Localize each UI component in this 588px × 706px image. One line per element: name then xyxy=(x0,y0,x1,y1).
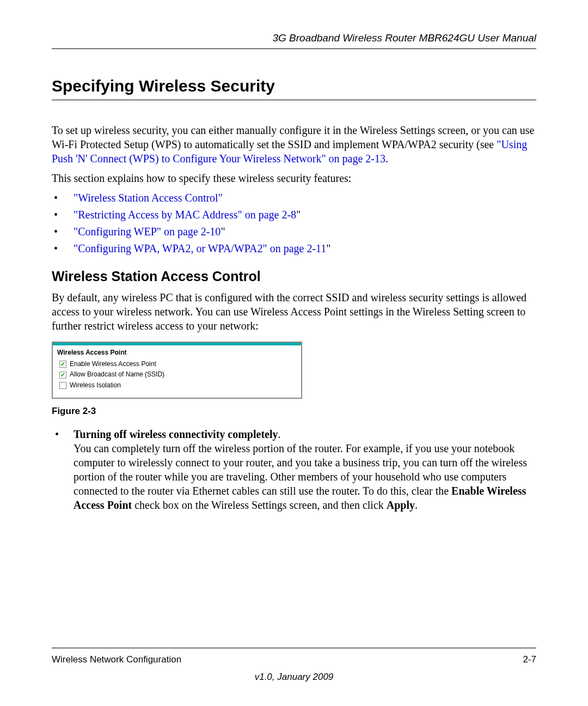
link-wep[interactable]: "Configuring WEP" on page 2-10 xyxy=(74,226,220,238)
quote-trail: " xyxy=(296,209,301,221)
item-body-b: check box on the Wireless Settings scree… xyxy=(132,499,387,511)
checkbox-broadcast-ssid[interactable] xyxy=(59,372,66,379)
page-heading: Specifying Wireless Security xyxy=(52,75,536,100)
checkbox-label: Allow Broadcast of Name (SSID) xyxy=(70,370,164,379)
section-lead: This section explains how to specify the… xyxy=(52,171,536,185)
intro-text-b: . xyxy=(385,153,388,165)
item-lead: Turning off wireless connectivity comple… xyxy=(74,428,278,440)
list-item: "Configuring WPA, WPA2, or WPA/WPA2" on … xyxy=(52,241,536,255)
checkbox-label: Wireless Isolation xyxy=(70,381,121,390)
header-title: 3G Broadband Wireless Router MBR624GU Us… xyxy=(52,32,536,49)
checkbox-enable-wap[interactable] xyxy=(59,361,66,368)
item-body-c: . xyxy=(415,499,418,511)
checkbox-label: Enable Wireless Access Point xyxy=(70,360,156,369)
figure-label: Figure 2-3 xyxy=(52,405,536,417)
feature-link-list: "Wireless Station Access Control" "Restr… xyxy=(52,191,536,255)
checkbox-wireless-isolation[interactable] xyxy=(59,382,66,389)
item-period: . xyxy=(278,428,281,440)
item-bold-2: Apply xyxy=(387,499,415,511)
intro-paragraph: To set up wireless security, you can eit… xyxy=(52,123,536,166)
list-item: Turning off wireless connectivity comple… xyxy=(52,427,536,512)
link-wpa[interactable]: "Configuring WPA, WPA2, or WPA/WPA2" on … xyxy=(74,242,326,254)
list-item: "Wireless Station Access Control" xyxy=(52,191,536,205)
footer-version: v1.0, January 2009 xyxy=(52,671,536,683)
link-wsac[interactable]: "Wireless Station Access Control" xyxy=(74,192,223,204)
checkbox-row-enable-wap: Enable Wireless Access Point xyxy=(57,360,297,369)
quote-trail: " xyxy=(220,226,225,238)
intro-text-a: To set up wireless security, you can eit… xyxy=(52,124,534,150)
detail-list: Turning off wireless connectivity comple… xyxy=(52,427,536,512)
footer-left: Wireless Network Configuration xyxy=(52,654,181,666)
link-mac[interactable]: "Restricting Access by MAC Address" on p… xyxy=(74,209,296,221)
list-item: "Restricting Access by MAC Address" on p… xyxy=(52,208,536,222)
list-item: "Configuring WEP" on page 2-10" xyxy=(52,224,536,239)
quote-trail: " xyxy=(326,242,330,254)
checkbox-row-broadcast: Allow Broadcast of Name (SSID) xyxy=(57,370,297,379)
footer-page-number: 2-7 xyxy=(523,654,536,666)
wireless-access-point-panel: Wireless Access Point Enable Wireless Ac… xyxy=(52,342,302,398)
panel-title: Wireless Access Point xyxy=(57,349,297,357)
section-paragraph: By default, any wireless PC that is conf… xyxy=(52,290,536,333)
page-footer: Wireless Network Configuration 2-7 v1.0,… xyxy=(52,648,536,683)
section-heading: Wireless Station Access Control xyxy=(52,267,536,285)
checkbox-row-isolation: Wireless Isolation xyxy=(57,381,297,390)
